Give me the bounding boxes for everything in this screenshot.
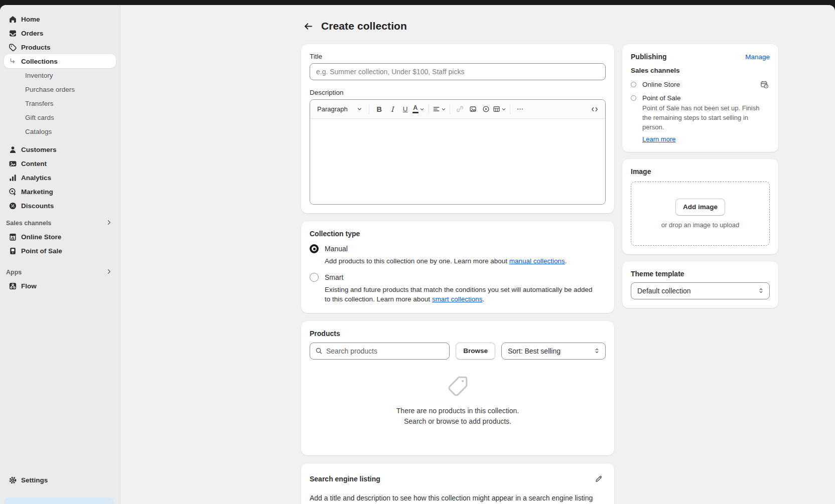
more-options-button[interactable] bbox=[514, 103, 527, 116]
manual-desc-suffix: . bbox=[565, 257, 567, 265]
schedule-button[interactable] bbox=[759, 79, 770, 90]
add-image-button[interactable]: Add image bbox=[675, 199, 725, 216]
sidebar-item-label: Orders bbox=[21, 30, 43, 37]
manual-desc-text: Add products to this collection one by o… bbox=[325, 257, 509, 265]
pencil-icon bbox=[595, 475, 603, 483]
sidebar-item-catalogs[interactable]: Catalogs bbox=[4, 124, 116, 138]
theme-template-select[interactable]: Default collection bbox=[631, 282, 770, 299]
title-description-card: Title Description Paragraph B bbox=[301, 44, 614, 213]
drop-hint-text: or drop an image to upload bbox=[661, 221, 739, 229]
paragraph-style-dropdown[interactable]: Paragraph bbox=[314, 103, 365, 116]
channel-row-online-store: Online Store bbox=[631, 79, 770, 90]
sidebar-item-point-of-sale[interactable]: Point of Sale bbox=[4, 244, 116, 258]
underline-button[interactable]: U bbox=[399, 103, 412, 116]
sidebar-item-purchase-orders[interactable]: Purchase orders bbox=[4, 82, 116, 96]
insert-video-button[interactable] bbox=[480, 103, 493, 116]
sort-select[interactable]: Sort: Best selling bbox=[501, 343, 606, 360]
sidebar-item-partial[interactable] bbox=[4, 497, 114, 504]
title-input[interactable] bbox=[310, 63, 606, 80]
sidebar-item-label: Discounts bbox=[21, 202, 54, 210]
pos-setup-note: Point of Sale has not been set up. Finis… bbox=[642, 104, 770, 132]
sidebar-item-home[interactable]: Home bbox=[4, 12, 116, 26]
collection-type-card: Collection type Manual Add products to t… bbox=[301, 221, 614, 313]
media-icon bbox=[8, 159, 17, 168]
table-icon bbox=[493, 105, 500, 113]
editor-toolbar: Paragraph B I U A bbox=[310, 100, 605, 119]
sidebar-item-inventory[interactable]: Inventory bbox=[4, 68, 116, 82]
sidebar-item-orders[interactable]: Orders bbox=[4, 26, 116, 40]
sidebar: Home Orders Products Collections Invento… bbox=[0, 5, 120, 504]
page-title: Create collection bbox=[321, 20, 407, 32]
smart-collections-link[interactable]: smart collections bbox=[432, 295, 483, 303]
seo-description: Add a title and description to see how t… bbox=[310, 494, 606, 502]
text-color-button[interactable]: A bbox=[412, 103, 425, 116]
learn-more-link[interactable]: Learn more bbox=[642, 135, 675, 143]
image-dropzone[interactable]: Add image or drop an image to upload bbox=[631, 182, 770, 246]
description-label: Description bbox=[310, 89, 606, 96]
publishing-card: Publishing Manage Sales channels Online … bbox=[622, 44, 778, 152]
show-html-button[interactable] bbox=[588, 103, 601, 116]
link-button[interactable] bbox=[454, 103, 467, 116]
play-circle-icon bbox=[482, 105, 490, 113]
select-updown-icon bbox=[594, 348, 600, 354]
smart-desc-suffix: . bbox=[482, 295, 484, 303]
sidebar-item-label: Marketing bbox=[21, 188, 53, 196]
alignment-button[interactable] bbox=[433, 103, 446, 116]
smart-radio-option[interactable]: Smart bbox=[310, 273, 606, 282]
italic-button[interactable]: I bbox=[386, 103, 399, 116]
bold-button[interactable]: B bbox=[373, 103, 386, 116]
text-color-icon: A bbox=[412, 105, 419, 113]
sidebar-item-products[interactable]: Products bbox=[4, 40, 116, 54]
sidebar-item-marketing[interactable]: Marketing bbox=[4, 185, 116, 199]
manual-radio-option[interactable]: Manual bbox=[310, 244, 606, 253]
sidebar-item-label: Transfers bbox=[25, 100, 54, 107]
sidebar-section-sales-channels[interactable]: Sales channels bbox=[4, 217, 116, 230]
browse-button[interactable]: Browse bbox=[456, 343, 495, 360]
storefront-icon bbox=[8, 232, 17, 241]
sales-channels-subheading: Sales channels bbox=[631, 67, 770, 74]
more-dots-icon bbox=[516, 105, 524, 113]
sidebar-section-apps[interactable]: Apps bbox=[4, 266, 116, 279]
channel-row-point-of-sale: Point of Sale bbox=[631, 94, 770, 102]
sidebar-item-online-store[interactable]: Online Store bbox=[4, 230, 116, 244]
calendar-clock-icon bbox=[760, 80, 769, 89]
sidebar-item-label: Gift cards bbox=[25, 114, 54, 121]
channel-status-icon bbox=[631, 82, 636, 87]
sidebar-item-settings[interactable]: Settings bbox=[4, 473, 116, 487]
sidebar-item-label: Home bbox=[21, 16, 40, 23]
manage-link[interactable]: Manage bbox=[745, 53, 770, 61]
insert-table-button[interactable] bbox=[493, 103, 506, 116]
sidebar-item-discounts[interactable]: Discounts bbox=[4, 199, 116, 213]
insert-image-button[interactable] bbox=[467, 103, 480, 116]
app-frame: Home Orders Products Collections Invento… bbox=[0, 5, 835, 504]
sidebar-item-gift-cards[interactable]: Gift cards bbox=[4, 110, 116, 124]
product-search-input[interactable] bbox=[326, 347, 444, 355]
sidebar-item-content[interactable]: Content bbox=[4, 156, 116, 171]
seo-heading: Search engine listing bbox=[310, 475, 380, 483]
sidebar-item-collections[interactable]: Collections bbox=[4, 54, 116, 68]
sidebar-item-flow[interactable]: Flow bbox=[4, 279, 116, 293]
sidebar-item-label: Flow bbox=[21, 282, 37, 290]
seo-card: Search engine listing Add a title and de… bbox=[301, 463, 614, 504]
manual-radio-label: Manual bbox=[325, 245, 348, 253]
manual-collections-link[interactable]: manual collections bbox=[509, 257, 565, 265]
description-textarea[interactable] bbox=[310, 119, 605, 204]
products-card: Products Browse Sort: Best selling bbox=[301, 321, 614, 455]
sidebar-item-transfers[interactable]: Transfers bbox=[4, 96, 116, 110]
theme-template-value: Default collection bbox=[637, 287, 691, 295]
edit-seo-button[interactable] bbox=[592, 472, 606, 486]
select-updown-icon bbox=[758, 287, 764, 294]
section-label: Apps bbox=[6, 269, 22, 276]
gear-icon bbox=[8, 475, 17, 484]
rich-text-editor: Paragraph B I U A bbox=[310, 99, 606, 205]
pos-icon bbox=[8, 246, 17, 255]
chevron-down-icon bbox=[441, 107, 446, 112]
sidebar-item-analytics[interactable]: Analytics bbox=[4, 171, 116, 185]
back-button[interactable] bbox=[301, 19, 315, 33]
sidebar-item-customers[interactable]: Customers bbox=[4, 142, 116, 156]
sidebar-item-label: Point of Sale bbox=[21, 247, 62, 255]
channel-label: Point of Sale bbox=[642, 94, 770, 102]
theme-template-card: Theme template Default collection bbox=[622, 261, 778, 308]
sidebar-item-label: Settings bbox=[21, 476, 48, 484]
person-icon bbox=[8, 145, 17, 154]
